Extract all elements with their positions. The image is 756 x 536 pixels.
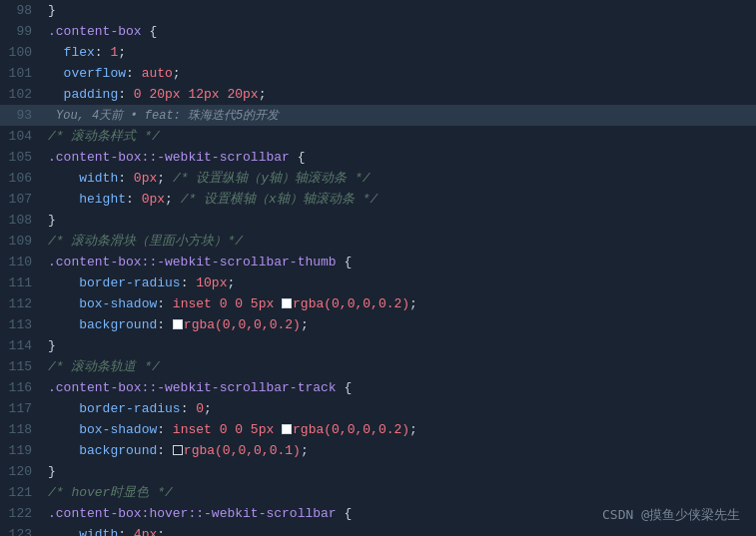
line-number: 121 xyxy=(0,482,42,503)
line-number: 104 xyxy=(0,126,42,147)
line-content: box-shadow: inset 0 0 5px rgba(0,0,0,0.2… xyxy=(42,293,756,314)
line-number: 93 xyxy=(0,105,42,126)
line-content: border-radius: 0; xyxy=(42,398,756,419)
line-number: 123 xyxy=(0,524,42,536)
table-row: 119 background: rgba(0,0,0,0.1); xyxy=(0,440,756,461)
line-content: /* 滚动条样式 */ xyxy=(42,126,756,147)
table-row: 111 border-radius: 10px; xyxy=(0,272,756,293)
line-number: 105 xyxy=(0,147,42,168)
line-number: 100 xyxy=(0,42,42,63)
line-number: 106 xyxy=(0,168,42,189)
table-row: 105.content-box::-webkit-scrollbar { xyxy=(0,147,756,168)
table-row: 110.content-box::-webkit-scrollbar-thumb… xyxy=(0,252,756,272)
line-number: 115 xyxy=(0,356,42,377)
line-content: background: rgba(0,0,0,0.1); xyxy=(42,440,756,461)
table-row: 114} xyxy=(0,335,756,356)
table-row: 118 box-shadow: inset 0 0 5px rgba(0,0,0… xyxy=(0,419,756,440)
watermark: CSDN @摸鱼少侠梁先生 xyxy=(602,506,740,524)
line-content: .content-box::-webkit-scrollbar-track { xyxy=(42,377,756,398)
table-row: 115/* 滚动条轨道 */ xyxy=(0,356,756,377)
line-number: 108 xyxy=(0,210,42,231)
table-row: 112 box-shadow: inset 0 0 5px rgba(0,0,0… xyxy=(0,293,756,314)
line-content: padding: 0 20px 12px 20px; xyxy=(42,84,756,105)
table-row: 116.content-box::-webkit-scrollbar-track… xyxy=(0,377,756,398)
line-number: 117 xyxy=(0,398,42,419)
line-number: 120 xyxy=(0,461,42,482)
line-number: 101 xyxy=(0,63,42,84)
table-row: 121/* hover时显色 */ xyxy=(0,482,756,503)
table-row: 104/* 滚动条样式 */ xyxy=(0,126,756,147)
line-content: height: 0px; /* 设置横轴（x轴）轴滚动条 */ xyxy=(42,189,756,210)
table-row: 120} xyxy=(0,461,756,482)
line-content: overflow: auto; xyxy=(42,63,756,84)
line-number: 116 xyxy=(0,377,42,398)
tooltip-text: You, 4天前 • feat: 珠海迭代5的开发 xyxy=(48,109,279,123)
table-row: 102 padding: 0 20px 12px 20px; xyxy=(0,84,756,105)
code-editor: 98}99.content-box {100 flex: 1;101 overf… xyxy=(0,0,756,536)
line-content: /* 滚动条轨道 */ xyxy=(42,356,756,377)
line-content: background: rgba(0,0,0,0.2); xyxy=(42,314,756,335)
line-content: box-shadow: inset 0 0 5px rgba(0,0,0,0.2… xyxy=(42,419,756,440)
line-content: } xyxy=(42,210,756,231)
table-row: 107 height: 0px; /* 设置横轴（x轴）轴滚动条 */ xyxy=(0,189,756,210)
line-content: .content-box { xyxy=(42,21,756,42)
line-number: 98 xyxy=(0,0,42,21)
table-row: 93You, 4天前 • feat: 珠海迭代5的开发 xyxy=(0,105,756,126)
line-number: 114 xyxy=(0,335,42,356)
line-content: /* 滚动条滑块（里面小方块）*/ xyxy=(42,231,756,252)
table-row: 101 overflow: auto; xyxy=(0,63,756,84)
line-content: } xyxy=(42,461,756,482)
line-number: 110 xyxy=(0,252,42,272)
table-row: 113 background: rgba(0,0,0,0.2); xyxy=(0,314,756,335)
table-row: 108} xyxy=(0,210,756,231)
line-content: flex: 1; xyxy=(42,42,756,63)
line-content: border-radius: 10px; xyxy=(42,272,756,293)
line-number: 99 xyxy=(0,21,42,42)
table-row: 109/* 滚动条滑块（里面小方块）*/ xyxy=(0,231,756,252)
code-lines: 98}99.content-box {100 flex: 1;101 overf… xyxy=(0,0,756,536)
line-content: .content-box::-webkit-scrollbar { xyxy=(42,147,756,168)
line-number: 102 xyxy=(0,84,42,105)
table-row: 98} xyxy=(0,0,756,21)
line-content: .content-box::-webkit-scrollbar-thumb { xyxy=(42,252,756,272)
table-row: 123 width: 4px; xyxy=(0,524,756,536)
table-row: 99.content-box { xyxy=(0,21,756,42)
line-number: 109 xyxy=(0,231,42,252)
table-row: 100 flex: 1; xyxy=(0,42,756,63)
line-content: You, 4天前 • feat: 珠海迭代5的开发 xyxy=(42,105,756,127)
line-number: 122 xyxy=(0,503,42,524)
table-row: 117 border-radius: 0; xyxy=(0,398,756,419)
line-number: 118 xyxy=(0,419,42,440)
line-number: 107 xyxy=(0,189,42,210)
line-number: 112 xyxy=(0,293,42,314)
line-content: } xyxy=(42,0,756,21)
line-content: width: 0px; /* 设置纵轴（y轴）轴滚动条 */ xyxy=(42,168,756,189)
table-row: 106 width: 0px; /* 设置纵轴（y轴）轴滚动条 */ xyxy=(0,168,756,189)
line-content: width: 4px; xyxy=(42,524,756,536)
line-content: /* hover时显色 */ xyxy=(42,482,756,503)
line-content: } xyxy=(42,335,756,356)
line-number: 113 xyxy=(0,314,42,335)
line-number: 111 xyxy=(0,272,42,293)
line-number: 119 xyxy=(0,440,42,461)
